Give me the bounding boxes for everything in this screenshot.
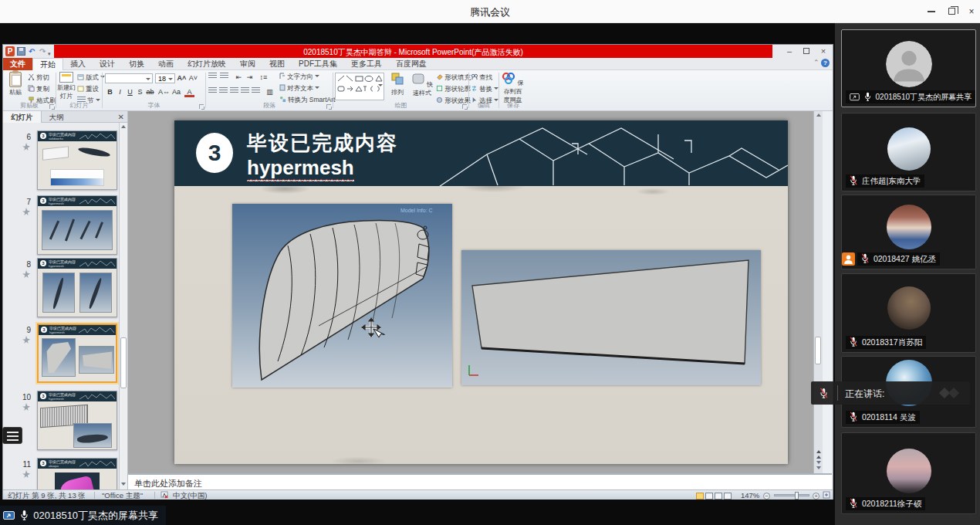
font-dialog-launcher-icon[interactable]	[199, 104, 204, 109]
clipboard-dialog-launcher-icon[interactable]	[49, 104, 54, 109]
help-icon[interactable]: ?	[821, 59, 830, 67]
numbering-button[interactable]	[219, 73, 229, 83]
panel-close-icon[interactable]: ✕	[118, 113, 124, 121]
align-text-button[interactable]: 对齐文本	[279, 83, 319, 93]
font-color-button[interactable]: A	[184, 87, 194, 97]
tab-insert[interactable]: 插入	[63, 58, 93, 70]
transition-star-icon[interactable]	[22, 335, 31, 344]
language-indicator[interactable]: 中文(中国)	[173, 491, 207, 500]
meeting-panel-toggle-button[interactable]	[2, 427, 22, 444]
tab-baidu-netdisk[interactable]: 百度网盘	[389, 58, 434, 70]
layout-button[interactable]: 版式	[77, 73, 105, 82]
text-direction-button[interactable]: 文字方向	[279, 72, 319, 81]
ppt-minimize-icon[interactable]: –	[782, 47, 796, 56]
transition-star-icon[interactable]	[22, 269, 31, 279]
tab-view[interactable]: 视图	[262, 58, 292, 70]
participant-tile[interactable]: 02018427 姚亿丞	[841, 195, 976, 269]
replace-button[interactable]: 替换	[471, 84, 498, 93]
save-icon[interactable]	[17, 47, 25, 56]
transition-star-icon[interactable]	[22, 142, 31, 151]
theme-name[interactable]: "Office 主题"	[102, 491, 143, 500]
panel-scrollbar-thumb[interactable]	[120, 337, 127, 388]
slide-thumbnail-7[interactable]: 3毕设已完成内容hypermesh	[37, 195, 117, 255]
ppt-close-icon[interactable]: ×	[816, 47, 830, 56]
previous-slide-icon2[interactable]	[816, 456, 821, 459]
tab-home[interactable]: 开始	[32, 58, 63, 70]
previous-slide-icon[interactable]	[816, 450, 821, 453]
spellcheck-icon[interactable]	[161, 491, 168, 499]
slide-thumbnail-11[interactable]: 3毕设已完成内容abaqus	[37, 458, 117, 489]
shape-fill-button[interactable]: 形状填充	[436, 73, 471, 82]
underline-button[interactable]: U	[125, 87, 135, 97]
grow-font-button[interactable]: A˄	[177, 73, 187, 83]
paste-button[interactable]: 粘贴	[4, 72, 27, 97]
bullets-button[interactable]	[208, 73, 218, 83]
decrease-indent-button[interactable]: ⇤	[234, 73, 244, 83]
panel-tab-slides[interactable]: 幻灯片	[3, 111, 42, 123]
fit-to-window-icon[interactable]	[823, 491, 830, 500]
zoom-in-icon[interactable]: +	[813, 491, 819, 500]
increase-indent-button[interactable]: ⇥	[245, 73, 255, 83]
next-slide-icon[interactable]	[816, 461, 821, 464]
participant-tile[interactable]: 02018211徐子硕	[841, 432, 976, 514]
new-slide-button[interactable]: 新建幻灯片	[56, 72, 76, 100]
tab-review[interactable]: 审阅	[233, 58, 262, 70]
zoom-slider[interactable]	[774, 494, 809, 496]
shapes-gallery[interactable]	[335, 73, 384, 100]
slide-sorter-view-icon[interactable]	[705, 493, 713, 500]
arrange-button[interactable]: 排列	[387, 72, 407, 97]
tab-transitions[interactable]: 切换	[122, 58, 151, 70]
slide-thumbnail-9-selected[interactable]: 3毕设已完成内容hypermesh	[37, 323, 117, 383]
quick-styles-button[interactable]: 快速样式	[409, 72, 435, 97]
bold-button[interactable]: B	[105, 87, 115, 97]
undo-icon[interactable]: ↶	[29, 46, 35, 56]
tab-animations[interactable]: 动画	[151, 58, 181, 70]
align-left-button[interactable]	[208, 87, 218, 97]
align-center-button[interactable]	[218, 87, 228, 97]
copy-button[interactable]: 复制	[28, 84, 49, 93]
tab-file[interactable]: 文件	[3, 58, 32, 70]
italic-button[interactable]: I	[115, 87, 125, 97]
shadow-button[interactable]: S	[135, 87, 145, 97]
panel-scroll-up-icon[interactable]	[121, 125, 126, 128]
justify-button[interactable]	[240, 87, 250, 97]
slide-thumbnail-6[interactable]: 3毕设已完成内容solidworks	[37, 130, 117, 190]
minimize-icon[interactable]	[923, 6, 940, 17]
zoom-slider-knob[interactable]	[795, 492, 799, 500]
reading-view-icon[interactable]	[715, 493, 722, 500]
font-name-select[interactable]	[105, 73, 153, 83]
transition-star-icon[interactable]	[22, 402, 31, 412]
maximize-icon[interactable]	[943, 6, 960, 17]
participant-tile[interactable]: 庄伟超|东南大学	[841, 113, 976, 191]
panel-scrollbar[interactable]	[119, 123, 127, 489]
tab-slideshow[interactable]: 幻灯片放映	[181, 58, 233, 70]
paragraph-dialog-launcher-icon[interactable]	[326, 104, 331, 109]
slide-editor[interactable]: 3 毕设已完成内容 hypermesh	[174, 120, 788, 464]
slide-thumbnail-10[interactable]: 3毕设已完成内容hypermesh	[37, 391, 117, 450]
redo-icon[interactable]: ↷	[39, 46, 46, 56]
zoom-out-icon[interactable]: −	[763, 491, 770, 500]
strikethrough-button[interactable]: ab	[145, 87, 155, 97]
shape-outline-button[interactable]: 形状轮廓	[436, 84, 471, 93]
character-spacing-button[interactable]: A⇔	[158, 87, 168, 97]
participant-tile[interactable]: 02018510丁昊杰的屏幕共享	[841, 29, 976, 107]
font-size-select[interactable]: 18	[155, 73, 175, 83]
panel-tab-outline[interactable]: 大纲	[42, 111, 72, 123]
slide-canvas[interactable]: 3 毕设已完成内容 hypermesh	[128, 111, 823, 473]
distribute-button[interactable]	[251, 87, 261, 97]
save-to-baidu-button[interactable]: 保存到百度网盘	[500, 72, 525, 104]
cut-button[interactable]: 剪切	[28, 73, 49, 82]
reset-button[interactable]: 重设	[77, 84, 99, 93]
participant-tile[interactable]: 02018317肖苏阳	[841, 273, 976, 353]
zoom-percent[interactable]: 147%	[741, 491, 759, 500]
transition-star-icon[interactable]	[22, 207, 31, 216]
transition-star-icon[interactable]	[22, 469, 31, 479]
tab-pdf-tools[interactable]: PDF工具集	[292, 58, 344, 70]
tab-more-tools[interactable]: 更多工具	[344, 58, 389, 70]
canvas-scrollbar[interactable]	[813, 111, 823, 473]
canvas-scroll-up-icon[interactable]	[816, 113, 821, 117]
line-spacing-button[interactable]: ↕≡	[259, 73, 269, 83]
change-case-button[interactable]: Aa	[171, 87, 181, 97]
close-icon[interactable]: ×	[963, 6, 980, 17]
drawing-dialog-launcher-icon[interactable]	[462, 104, 467, 109]
